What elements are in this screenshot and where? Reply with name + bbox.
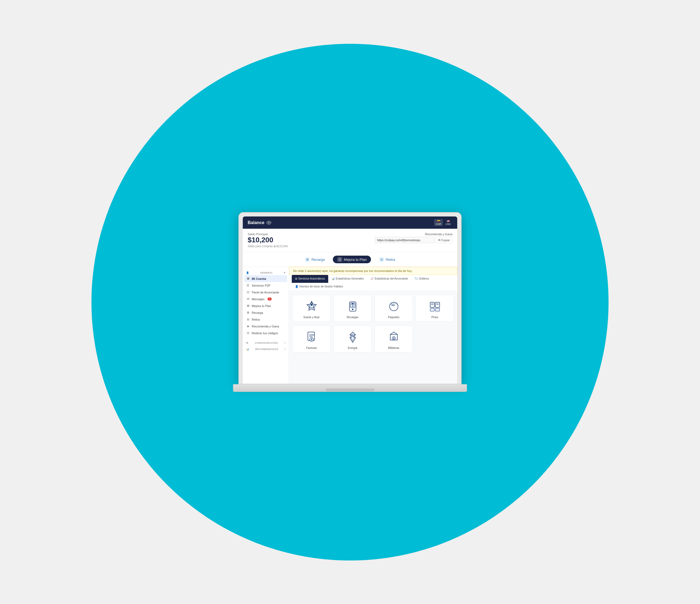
header-title: Balance — [248, 220, 271, 225]
billeteras-icon: $ — [387, 330, 401, 344]
service-pines[interactable]: Pines — [416, 295, 454, 322]
config-label: CONFIGURACIÓN — [255, 342, 278, 344]
balance-sub-amount: ⊠ $115,046 — [274, 245, 288, 248]
sidebar-item-panel-anunciante[interactable]: ⊡ Panel de Anunciante — [243, 289, 289, 296]
svg-point-23 — [352, 336, 354, 337]
panel-icon: ⊡ — [246, 290, 250, 294]
cop-currency-btn[interactable]: 🇨🇴 COP — [434, 219, 443, 226]
sidebar-recomendados-header[interactable]: 📊 RECOMENDADOS › — [243, 345, 289, 352]
tab-servicios-automaticos[interactable]: ⊞ Servicios Automáticos — [292, 275, 328, 283]
sidebar-item-recarga[interactable]: ⊞ Recarga — [243, 309, 289, 316]
copy-label: Copiar — [441, 238, 450, 242]
service-suerte-azar[interactable]: Suerte y Azar — [292, 295, 331, 322]
recargas-icon — [346, 299, 360, 314]
copy-icon: ⧉ — [438, 238, 440, 242]
tab-graficos[interactable]: 📉 Gráficos — [411, 275, 432, 283]
main-content: 👤 GENERAL ▾ ⊞ Mi Cuenta ☰ Servicios P2P … — [243, 267, 457, 384]
tab-intentos-label: Intentos de Inicio de Sesión Fallidos — [299, 285, 343, 288]
balance-title: Balance — [248, 220, 264, 225]
general-chevron: ▾ — [284, 271, 285, 274]
mensajes-badge: 8 — [268, 297, 271, 300]
recomendados-icon: 📊 — [246, 348, 249, 350]
recomendados-chevron: › — [284, 347, 285, 350]
mi-cuenta-label: Mi Cuenta — [252, 277, 266, 280]
ref-url-input[interactable] — [375, 237, 435, 243]
retira-sidebar-label: Retira — [252, 318, 260, 321]
tabs-row: ⊞ Servicios Automáticos 📊 Estadísticas G… — [289, 275, 457, 291]
tab-graficos-label: Gráficos — [419, 277, 429, 280]
mejora-plan-label: Mejora tu Plan — [252, 304, 271, 308]
tab-estadisticas-generales[interactable]: 📊 Estadísticas Generales — [328, 275, 367, 283]
service-energia[interactable]: Energía — [333, 325, 372, 352]
svg-rect-10 — [430, 308, 434, 311]
mejora-plan-btn[interactable]: ⊡ Mejora tu Plan — [333, 256, 371, 263]
svg-text:5G: 5G — [391, 304, 395, 307]
service-paquetes[interactable]: 5G Paquetes — [375, 295, 413, 322]
sidebar-item-recomienda[interactable]: ◈ Recomienda y Gana — [243, 323, 289, 330]
copy-button[interactable]: ⧉ Copiar — [436, 237, 452, 243]
balance-section: Saldo Principal $10,200 Saldo para Compr… — [243, 229, 457, 252]
pines-icon — [428, 299, 442, 314]
action-buttons-row: ⊞ Recarga ⊡ Mejora tu Plan ⊟ Retira — [243, 252, 457, 267]
balance-amount: $10,200 — [248, 236, 288, 244]
recomienda-label: Recomienda y Gana — [375, 233, 452, 236]
mensajes-label: Mensajes — [252, 297, 265, 301]
recomendados-label: RECOMENDADOS — [255, 348, 278, 350]
laptop-screen: Balance 🇨🇴 COP 🇺🇸 USD — [239, 212, 461, 384]
tab-est-anun-icon: 📈 — [370, 277, 374, 280]
usd-currency-btn[interactable]: 🇺🇸 USD — [444, 219, 452, 226]
sidebar-item-redime[interactable]: ⊡ Redime tus códigos — [243, 330, 289, 336]
service-facturas[interactable]: $ Facturas — [292, 325, 331, 352]
laptop-base — [233, 384, 467, 392]
alert-bar: No viste 2 anuncio(s) ayer, no ganarás r… — [289, 267, 457, 275]
recarga-sidebar-icon: ⊞ — [246, 311, 250, 314]
sidebar-item-mi-cuenta[interactable]: ⊞ Mi Cuenta — [244, 275, 287, 282]
servicios-p2p-icon: ☰ — [246, 284, 250, 287]
service-billeteras[interactable]: $ Billeteras — [375, 325, 413, 352]
sidebar-item-retira[interactable]: ⊟ Retira — [243, 316, 289, 323]
tab-intentos[interactable]: 👤 Intentos de Inicio de Sesión Fallidos — [292, 283, 346, 291]
currency-switcher: 🇨🇴 COP 🇺🇸 USD — [434, 219, 452, 226]
sidebar-item-mejora-plan[interactable]: ⊠ Mejora tu Plan — [243, 303, 289, 309]
sidebar-config-header[interactable]: ⚙ CONFIGURACIÓN › — [243, 339, 289, 345]
tab-intentos-icon: 👤 — [295, 285, 298, 288]
recarga-icon: ⊞ — [305, 257, 310, 262]
balance-sub-label: Saldo para Compras — [248, 245, 273, 248]
general-icon: 👤 — [246, 271, 249, 274]
cop-flag: 🇨🇴 — [437, 220, 440, 222]
paquetes-icon: 5G — [387, 299, 401, 314]
billeteras-label: Billeteras — [388, 346, 399, 349]
retira-btn[interactable]: ⊟ Retira — [379, 256, 395, 263]
sidebar-item-mensajes[interactable]: ✉ Mensajes 8 — [243, 296, 289, 303]
recarga-sidebar-label: Recarga — [252, 311, 263, 314]
balance-sub: Saldo para Compras ⊠ $115,046 — [248, 245, 288, 248]
ref-input-row: ⧉ Copiar — [375, 237, 452, 243]
header-bar: Balance 🇨🇴 COP 🇺🇸 USD — [243, 216, 457, 229]
servicios-p2p-label: Servicios P2P — [252, 284, 270, 287]
retira-icon: ⊟ — [379, 257, 384, 262]
suerte-azar-icon — [304, 299, 319, 314]
sidebar: 👤 GENERAL ▾ ⊞ Mi Cuenta ☰ Servicios P2P … — [243, 267, 289, 384]
service-recargas[interactable]: Recargas — [333, 295, 372, 322]
retira-label: Retira — [386, 258, 395, 262]
tab-servicios-icon: ⊞ — [295, 277, 297, 280]
tab-est-gen-icon: 📊 — [331, 277, 335, 280]
recomienda-icon: ◈ — [246, 324, 250, 328]
tab-graficos-icon: 📉 — [415, 277, 418, 280]
sidebar-item-servicios-p2p[interactable]: ☰ Servicios P2P — [243, 282, 289, 289]
mensajes-icon: ✉ — [246, 297, 250, 301]
redime-icon: ⊡ — [246, 331, 250, 335]
screen-content: Balance 🇨🇴 COP 🇺🇸 USD — [243, 216, 457, 384]
energia-label: Energía — [348, 346, 357, 349]
pines-label: Pines — [431, 316, 438, 319]
redime-label: Redime tus códigos — [252, 332, 278, 335]
recarga-btn[interactable]: ⊞ Recarga — [305, 256, 325, 263]
svg-text:$: $ — [393, 337, 394, 340]
tab-estadisticas-anunciante[interactable]: 📈 Estadísticas del Anunciante — [367, 275, 411, 283]
eye-icon[interactable] — [267, 220, 271, 225]
facturas-label: Facturas — [306, 346, 317, 349]
mejora-icon: ⊡ — [337, 257, 342, 262]
balance-right: Recomienda y Gana ⧉ Copiar — [375, 233, 452, 243]
usd-flag: 🇺🇸 — [447, 220, 450, 222]
alert-text: No viste 2 anuncio(s) ayer, no ganarás r… — [293, 269, 412, 272]
